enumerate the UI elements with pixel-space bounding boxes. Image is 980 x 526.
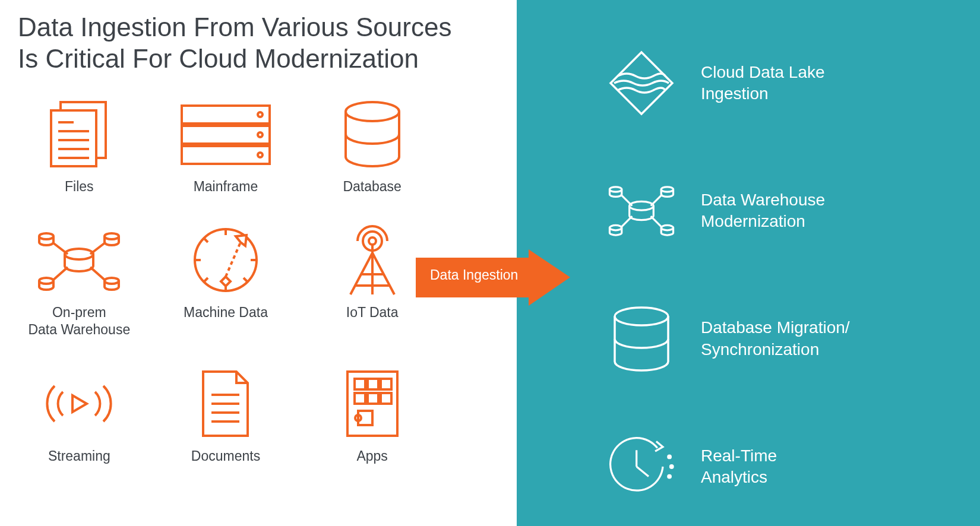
- svg-point-55: [609, 187, 621, 192]
- svg-point-15: [39, 233, 53, 239]
- source-mainframe: Mainframe: [165, 99, 287, 195]
- svg-point-66: [668, 455, 671, 458]
- svg-point-67: [670, 465, 673, 468]
- target-label: Data Warehouse Modernization: [701, 189, 825, 233]
- source-label: Files: [65, 178, 94, 195]
- title-line-1: Data Ingestion From Various Sources: [18, 12, 451, 42]
- target-label: Database Migration/ Synchronization: [701, 317, 850, 360]
- svg-rect-50: [381, 393, 391, 404]
- documents-icon: [197, 368, 254, 439]
- svg-point-54: [630, 202, 654, 211]
- svg-point-12: [258, 153, 263, 157]
- realtime-analytics-icon: [606, 431, 677, 502]
- source-database: Database: [311, 99, 434, 195]
- svg-rect-45: [355, 379, 365, 389]
- svg-point-57: [609, 226, 621, 230]
- svg-rect-48: [355, 393, 365, 404]
- svg-line-61: [621, 217, 632, 228]
- arrow-label: Data Ingestion: [430, 267, 518, 283]
- source-label: Documents: [191, 448, 260, 465]
- cloud-data-lake-icon: [606, 47, 677, 119]
- source-apps: Apps: [311, 368, 434, 465]
- svg-line-22: [90, 267, 106, 281]
- svg-point-14: [65, 249, 93, 259]
- target-dw-modernization: Data Warehouse Modernization: [606, 175, 956, 246]
- target-realtime-analytics: Real-Time Analytics: [606, 431, 956, 502]
- svg-line-60: [651, 195, 662, 206]
- data-ingestion-arrow: Data Ingestion: [416, 249, 570, 306]
- database-icon: [340, 99, 405, 170]
- target-label: Real-Time Analytics: [701, 445, 777, 489]
- svg-point-33: [369, 237, 376, 245]
- svg-point-17: [39, 278, 53, 284]
- mainframe-icon: [178, 99, 273, 170]
- svg-rect-7: [182, 106, 270, 123]
- source-onprem-dw: On-prem Data Warehouse: [18, 224, 141, 338]
- svg-line-59: [621, 195, 632, 206]
- sources-grid: Files Mainframe: [18, 99, 434, 465]
- svg-rect-8: [182, 126, 270, 144]
- svg-point-16: [105, 233, 119, 239]
- onprem-dw-icon: [34, 224, 124, 296]
- svg-line-28: [204, 238, 208, 242]
- db-migration-icon: [606, 303, 677, 375]
- svg-point-56: [661, 187, 673, 192]
- svg-line-32: [226, 242, 241, 277]
- source-label: Streaming: [48, 448, 110, 465]
- files-icon: [46, 99, 112, 170]
- apps-icon: [343, 368, 402, 439]
- svg-point-18: [105, 278, 119, 284]
- svg-point-11: [258, 132, 263, 137]
- machine-data-icon: [187, 224, 264, 296]
- svg-line-19: [52, 242, 68, 254]
- svg-point-68: [668, 475, 671, 478]
- svg-line-62: [651, 217, 662, 228]
- svg-rect-47: [381, 379, 391, 389]
- source-machine-data: Machine Data: [165, 224, 287, 338]
- source-iot-data: IoT Data: [311, 224, 434, 338]
- source-label: IoT Data: [346, 304, 399, 321]
- source-streaming: Streaming: [18, 368, 141, 465]
- streaming-icon: [34, 368, 124, 439]
- svg-point-13: [346, 102, 399, 121]
- title-line-2: Is Critical For Cloud Modernization: [18, 44, 419, 73]
- source-label: Machine Data: [184, 304, 268, 321]
- page-title: Data Ingestion From Various Sources Is C…: [18, 12, 499, 75]
- source-label: Database: [343, 178, 401, 195]
- source-files: Files: [18, 99, 141, 195]
- svg-line-30: [204, 278, 208, 282]
- svg-line-65: [637, 467, 649, 477]
- source-label: On-prem Data Warehouse: [28, 304, 130, 338]
- svg-point-10: [258, 112, 263, 117]
- source-label: Mainframe: [194, 178, 258, 195]
- target-db-migration: Database Migration/ Synchronization: [606, 303, 956, 375]
- left-panel: Data Ingestion From Various Sources Is C…: [0, 0, 517, 526]
- svg-line-20: [90, 242, 106, 254]
- svg-rect-49: [368, 393, 378, 404]
- svg-point-58: [661, 226, 673, 230]
- right-panel: Cloud Data Lake Ingestion: [517, 0, 980, 526]
- svg-point-63: [615, 308, 668, 325]
- target-label: Cloud Data Lake Ingestion: [701, 62, 825, 105]
- source-documents: Documents: [165, 368, 287, 465]
- svg-line-31: [244, 278, 248, 282]
- svg-line-21: [52, 267, 68, 281]
- source-label: Apps: [356, 448, 387, 465]
- svg-rect-46: [368, 379, 378, 389]
- target-cloud-data-lake: Cloud Data Lake Ingestion: [606, 47, 956, 119]
- svg-rect-9: [182, 146, 270, 164]
- iot-data-icon: [340, 224, 405, 296]
- dw-modernization-icon: [606, 175, 677, 246]
